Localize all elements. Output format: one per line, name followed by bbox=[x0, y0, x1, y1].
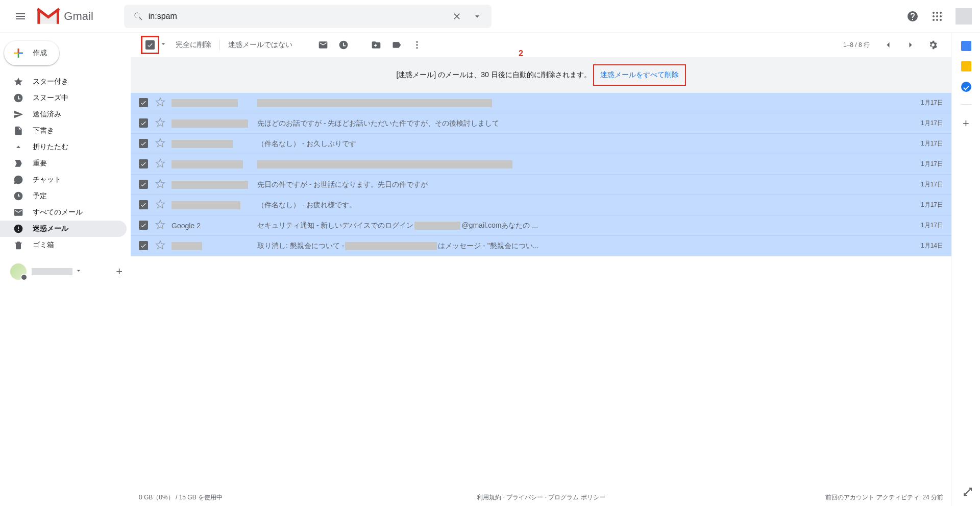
sidebar-item-label: スター付き bbox=[33, 77, 68, 86]
sidebar-item-spam[interactable]: 迷惑メール bbox=[0, 221, 127, 237]
mail-row[interactable]: （件名なし） - お疲れ様です。1月17日 bbox=[131, 195, 951, 215]
sidebar-item-important[interactable]: 重要 bbox=[0, 155, 127, 172]
important-icon bbox=[13, 158, 23, 168]
keep-addon-icon[interactable] bbox=[961, 61, 971, 71]
mail-row[interactable]: （件名なし） - お久しぶりです1月17日 bbox=[131, 134, 951, 154]
mail-checkbox[interactable] bbox=[139, 200, 149, 210]
main-menu-icon[interactable] bbox=[8, 4, 33, 29]
sidebar-item-label: 迷惑メール bbox=[33, 224, 68, 233]
compose-button[interactable]: 作成 bbox=[4, 41, 59, 65]
mail-subject: （件名なし） - お久しぶりです bbox=[257, 139, 913, 149]
mail-checkbox[interactable] bbox=[139, 98, 149, 108]
select-all-checkbox[interactable] bbox=[145, 40, 155, 50]
footer: 0 GB（0%） / 15 GB を使用中 利用規約 · プライバシー · プロ… bbox=[131, 489, 951, 506]
mail-row[interactable]: 先日の件ですが - お世話になります。先日の件ですが1月17日 bbox=[131, 175, 951, 195]
star-icon[interactable] bbox=[155, 158, 165, 170]
spam-banner: 2 [迷惑メール] のメールは、30 日後に自動的に削除されます。 迷惑メールを… bbox=[131, 57, 951, 93]
clear-search-icon[interactable] bbox=[447, 6, 467, 27]
star-icon[interactable] bbox=[155, 199, 165, 211]
delete-all-spam-link[interactable]: 迷惑メールをすべて削除 bbox=[597, 68, 682, 81]
mail-sender bbox=[172, 99, 257, 107]
sidebar-item-star[interactable]: スター付き bbox=[0, 74, 127, 90]
mail-subject: 取り消し: 懇親会について - はメッセージ - "懇親会につい... bbox=[257, 242, 913, 251]
scheduled-icon bbox=[13, 191, 23, 201]
sidebar-item-label: チャット bbox=[33, 175, 61, 184]
star-icon[interactable] bbox=[155, 220, 165, 231]
star-icon[interactable] bbox=[155, 97, 165, 109]
sidebar-item-all-mail[interactable]: すべてのメール bbox=[0, 204, 127, 221]
activity-text: 前回のアカウント アクティビティ: 24 分前 bbox=[825, 493, 943, 502]
sidebar-item-label: 折りたたむ bbox=[33, 142, 68, 152]
star-icon[interactable] bbox=[155, 138, 165, 150]
apps-icon[interactable] bbox=[927, 6, 947, 27]
spam-icon bbox=[13, 224, 23, 234]
mail-sender bbox=[172, 181, 257, 189]
mail-sender bbox=[172, 140, 257, 148]
support-icon[interactable] bbox=[902, 6, 923, 27]
footer-links[interactable]: 利用規約 · プライバシー · プログラム ポリシー bbox=[477, 493, 605, 502]
sidebar-item-label: すべてのメール bbox=[33, 208, 83, 217]
svg-point-4 bbox=[936, 15, 938, 17]
search-bar bbox=[124, 5, 492, 28]
sidebar-item-collapse[interactable]: 折りたたむ bbox=[0, 139, 127, 155]
sidebar-item-scheduled[interactable]: 予定 bbox=[0, 188, 127, 204]
tasks-addon-icon[interactable] bbox=[961, 82, 971, 92]
mail-row[interactable]: 先ほどのお話ですが - 先ほどお話いただいた件ですが、その後検討しまして1月17… bbox=[131, 113, 951, 134]
mail-checkbox[interactable] bbox=[139, 180, 149, 190]
sidebar: 作成 スター付きスヌーズ中送信済み下書き折りたたむ重要チャット予定すべてのメール… bbox=[0, 33, 131, 506]
search-icon[interactable] bbox=[128, 6, 149, 27]
annotation-2: 2 bbox=[519, 49, 523, 58]
calendar-addon-icon[interactable] bbox=[961, 41, 971, 51]
annotation-1: 1 bbox=[134, 33, 138, 35]
search-input[interactable] bbox=[149, 12, 447, 21]
logo-text: Gmail bbox=[64, 10, 93, 23]
mail-row[interactable]: Google2セキュリティ通知 - 新しいデバイスでのログイン@gmail.co… bbox=[131, 215, 951, 236]
sidebar-item-clock[interactable]: スヌーズ中 bbox=[0, 90, 127, 106]
mail-sender bbox=[172, 201, 257, 209]
star-icon bbox=[13, 77, 23, 87]
mail-row[interactable]: 取り消し: 懇親会について - はメッセージ - "懇親会につい...1月14日 bbox=[131, 236, 951, 256]
sidebar-item-chat[interactable]: チャット bbox=[0, 172, 127, 188]
sidebar-item-draft[interactable]: 下書き bbox=[0, 123, 127, 139]
mail-date: 1月17日 bbox=[913, 201, 943, 209]
mail-date: 1月17日 bbox=[913, 119, 943, 128]
more-icon[interactable] bbox=[407, 35, 427, 55]
sidebar-item-trash[interactable]: ゴミ箱 bbox=[0, 237, 127, 253]
star-icon[interactable] bbox=[155, 179, 165, 190]
account-avatar[interactable] bbox=[955, 8, 972, 25]
expand-icon[interactable] bbox=[962, 486, 974, 500]
svg-point-10 bbox=[416, 44, 418, 45]
star-icon[interactable] bbox=[155, 117, 165, 129]
mail-checkbox[interactable] bbox=[139, 118, 149, 129]
mail-checkbox[interactable] bbox=[139, 159, 149, 170]
mail-row[interactable]: 1月17日 bbox=[131, 93, 951, 113]
delete-forever-button[interactable]: 完全に削除 bbox=[167, 40, 219, 50]
mail-date: 1月17日 bbox=[913, 139, 943, 148]
mail-checkbox[interactable] bbox=[139, 221, 149, 231]
older-icon[interactable] bbox=[900, 35, 921, 55]
select-dropdown-icon[interactable] bbox=[159, 40, 167, 50]
mail-checkbox[interactable] bbox=[139, 139, 149, 149]
mail-checkbox[interactable] bbox=[139, 241, 149, 251]
settings-icon[interactable] bbox=[923, 35, 943, 55]
toolbar: 1 完全に削除 迷惑メールではない 1–8 / 8 行 bbox=[131, 33, 951, 57]
search-options-icon[interactable] bbox=[467, 6, 487, 27]
star-icon[interactable] bbox=[155, 240, 165, 252]
new-conversation-button[interactable]: + bbox=[116, 265, 122, 278]
svg-point-9 bbox=[416, 41, 418, 43]
banner-text: [迷惑メール] のメールは、30 日後に自動的に削除されます。 bbox=[396, 70, 591, 79]
mail-subject bbox=[257, 160, 913, 168]
gmail-logo[interactable]: Gmail bbox=[35, 6, 93, 27]
mail-row[interactable]: 1月17日 bbox=[131, 154, 951, 175]
newer-icon[interactable] bbox=[878, 35, 898, 55]
move-to-icon[interactable] bbox=[366, 35, 386, 55]
labels-icon[interactable] bbox=[386, 35, 407, 55]
snooze-icon[interactable] bbox=[333, 35, 354, 55]
get-addons-icon[interactable]: + bbox=[963, 117, 969, 130]
not-spam-button[interactable]: 迷惑メールではない bbox=[220, 40, 301, 50]
user-dropdown-icon[interactable] bbox=[72, 267, 83, 277]
mark-read-icon[interactable] bbox=[313, 35, 333, 55]
send-icon bbox=[13, 109, 23, 119]
hangouts-user-row[interactable]: + bbox=[0, 259, 131, 284]
sidebar-item-send[interactable]: 送信済み bbox=[0, 106, 127, 123]
